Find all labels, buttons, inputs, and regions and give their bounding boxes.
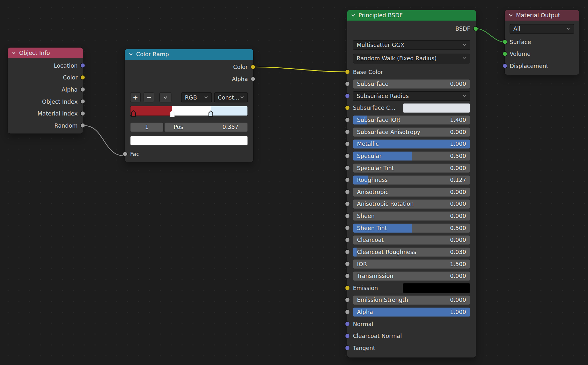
stop-position-field[interactable]: Pos 0.357 — [164, 122, 248, 132]
add-stop-button[interactable]: + — [130, 92, 141, 102]
specular-slider[interactable]: Specular 0.500 — [353, 151, 470, 161]
output-label-bsdf: BSDF — [455, 25, 470, 32]
socket-location-output[interactable] — [80, 63, 85, 68]
socket-clearcoat-input[interactable] — [345, 237, 350, 242]
slider-label: Subsurface IOR — [357, 116, 401, 123]
anisotropic-slider[interactable]: Anisotropic 0.000 — [353, 187, 470, 197]
subsurface-color-swatch[interactable] — [403, 103, 470, 113]
socket-emission-strength-input[interactable] — [345, 297, 350, 302]
node-material-output[interactable]: Material Output All Surface Volume Displ… — [504, 10, 579, 75]
slider-label: Clearcoat Roughness — [357, 249, 416, 255]
socket-color-output[interactable] — [80, 75, 85, 80]
slider-label: Emission Strength — [357, 296, 408, 303]
subsurface-method-value: Random Walk (Fixed Radius) — [356, 55, 437, 62]
socket-normal-input[interactable] — [345, 322, 350, 326]
collapse-chevron-icon[interactable] — [509, 13, 513, 18]
socket-subsurface-anisotropy-input[interactable] — [345, 130, 350, 134]
interpolation-value: Const... — [218, 94, 239, 101]
input-row-subsurface: Subsurface 0.000 — [353, 79, 470, 89]
socket-specular-input[interactable] — [345, 153, 350, 158]
socket-surface-input[interactable] — [503, 39, 507, 44]
roughness-slider[interactable]: Roughness 0.127 — [353, 175, 470, 185]
socket-specular-tint-input[interactable] — [345, 166, 350, 170]
socket-anisotropic-rotation-input[interactable] — [345, 201, 350, 206]
socket-random-output[interactable] — [80, 123, 85, 128]
socket-alpha-output[interactable] — [80, 87, 85, 92]
node-header-material-output[interactable]: Material Output — [505, 10, 579, 21]
slider-label: Anisotropic Rotation — [357, 200, 414, 207]
socket-ramp-alpha-output[interactable] — [251, 77, 255, 81]
alpha-slider[interactable]: Alpha 1.000 — [353, 307, 470, 317]
input-row-base-color: Base Color — [353, 67, 470, 77]
socket-object-index-output[interactable] — [80, 99, 85, 104]
output-target-select[interactable]: All — [510, 24, 574, 34]
slider-label: Subsurface — [357, 80, 389, 87]
anisotropic-rotation-slider[interactable]: Anisotropic Rotation 0.000 — [353, 199, 470, 209]
sheen-tint-slider[interactable]: Sheen Tint 0.500 — [353, 223, 470, 233]
socket-emission-input[interactable] — [345, 286, 350, 290]
output-label-color: Color — [63, 74, 77, 81]
socket-ior-input[interactable] — [345, 261, 350, 266]
node-color-ramp[interactable]: Color Ramp Color Alpha + − RGB — [124, 49, 254, 162]
socket-ramp-color-output[interactable] — [251, 64, 255, 69]
socket-displacement-input[interactable] — [503, 63, 507, 68]
socket-clearcoat-normal-input[interactable] — [345, 333, 350, 338]
collapse-chevron-icon[interactable] — [351, 13, 356, 18]
color-mode-select[interactable]: RGB — [181, 92, 212, 102]
transmission-slider[interactable]: Transmission 0.000 — [353, 271, 470, 281]
socket-bsdf-output[interactable] — [473, 26, 478, 31]
subsurface-anisotropy-slider[interactable]: Subsurface Anisotropy 0.000 — [353, 127, 470, 137]
remove-stop-button[interactable]: − — [143, 92, 154, 102]
output-target-value: All — [513, 25, 520, 32]
socket-anisotropic-input[interactable] — [345, 190, 350, 194]
socket-subsurface-input[interactable] — [345, 81, 350, 86]
socket-subsurface-radius-input[interactable] — [345, 93, 350, 98]
color-ramp-bar[interactable] — [130, 106, 248, 116]
socket-alpha-input[interactable] — [345, 309, 350, 314]
slider-value: 0.030 — [450, 249, 466, 255]
socket-sheen-tint-input[interactable] — [345, 226, 350, 230]
active-stop-index-field[interactable]: 1 — [130, 122, 164, 132]
socket-subsurface-color-input[interactable] — [345, 105, 350, 110]
node-header-color-ramp[interactable]: Color Ramp — [125, 49, 253, 60]
interpolation-select[interactable]: Const... — [214, 92, 248, 102]
chevron-down-icon — [462, 94, 467, 98]
socket-sheen-input[interactable] — [345, 213, 350, 218]
socket-transmission-input[interactable] — [345, 273, 350, 278]
distribution-select[interactable]: Multiscatter GGX — [353, 40, 470, 50]
socket-metallic-input[interactable] — [345, 141, 350, 146]
subsurface-slider[interactable]: Subsurface 0.000 — [353, 79, 470, 89]
socket-fac-input[interactable] — [123, 152, 128, 156]
emission-color-swatch[interactable] — [403, 283, 470, 293]
collapse-chevron-icon[interactable] — [11, 51, 16, 55]
subsurface-method-select[interactable]: Random Walk (Fixed Radius) — [353, 54, 470, 63]
socket-tangent-input[interactable] — [345, 346, 350, 350]
node-header-principled[interactable]: Principled BSDF — [347, 10, 476, 21]
subsurface-ior-slider[interactable]: Subsurface IOR 1.400 — [353, 115, 470, 125]
socket-base-color-input[interactable] — [345, 70, 350, 74]
node-object-info[interactable]: Object Info Location Color Alpha Object … — [8, 47, 84, 134]
ramp-options-button[interactable] — [159, 92, 172, 102]
slider-label: Anisotropic — [357, 189, 389, 195]
sheen-slider[interactable]: Sheen 0.000 — [353, 211, 470, 221]
socket-material-index-output[interactable] — [80, 111, 85, 116]
node-editor-canvas[interactable]: Object Info Location Color Alpha Object … — [0, 0, 588, 365]
metallic-slider[interactable]: Metallic 1.000 — [353, 139, 470, 149]
clearcoat-slider[interactable]: Clearcoat 0.000 — [353, 235, 470, 245]
socket-clearcoat-roughness-input[interactable] — [345, 250, 350, 254]
subsurface-radius-select[interactable]: Subsurface Radius — [353, 91, 470, 101]
chevron-down-icon — [240, 95, 244, 100]
socket-volume-input[interactable] — [503, 51, 507, 56]
clearcoat-roughness-slider[interactable]: Clearcoat Roughness 0.030 — [353, 247, 470, 257]
emission-strength-slider[interactable]: Emission Strength 0.000 — [353, 295, 470, 305]
socket-roughness-input[interactable] — [345, 177, 350, 182]
node-principled-bsdf[interactable]: Principled BSDF BSDF Multiscatter GGX Ra… — [347, 10, 476, 358]
selected-stop-color-row — [130, 136, 248, 146]
chevron-down-icon — [462, 43, 467, 47]
collapse-chevron-icon[interactable] — [129, 52, 133, 56]
socket-subsurface-ior-input[interactable] — [345, 117, 350, 122]
specular-tint-slider[interactable]: Specular Tint 0.000 — [353, 163, 470, 173]
node-header-object-info[interactable]: Object Info — [8, 48, 83, 58]
ior-slider[interactable]: IOR 1.500 — [353, 259, 470, 269]
selected-stop-color-swatch[interactable] — [130, 136, 248, 146]
